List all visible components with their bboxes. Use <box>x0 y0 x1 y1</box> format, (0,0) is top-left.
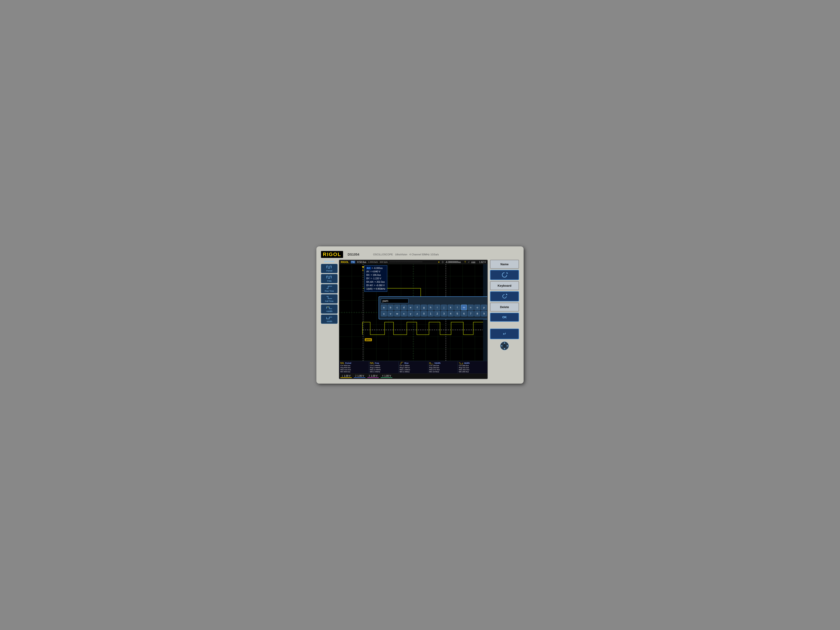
key-m[interactable]: m <box>461 305 467 310</box>
trigger-edge: ↗ <box>468 261 469 264</box>
key-h[interactable]: h <box>428 305 434 310</box>
inv-dx-value: = 4.950kHz <box>374 287 385 290</box>
cursor-label: D <box>442 261 444 264</box>
nwidth-min: Min:269.5us <box>459 371 486 373</box>
key-e[interactable]: e <box>407 305 414 310</box>
ch4-val: 1.00 V <box>384 375 391 377</box>
key-z[interactable]: z <box>414 311 420 316</box>
key-w[interactable]: w <box>394 311 400 316</box>
name-reset-icon[interactable] <box>490 270 519 280</box>
cursor-time: -6.00000000us <box>445 261 461 264</box>
period-min: Min:409.0us <box>340 371 368 373</box>
ok-button[interactable]: OK <box>490 313 519 322</box>
keyboard-icon[interactable] <box>490 291 519 302</box>
ch2-num: 2 <box>355 375 357 377</box>
pwidth-title: +Width <box>429 362 457 365</box>
minus-width-btn[interactable]: -Width <box>321 314 338 324</box>
svg-point-3 <box>503 344 506 347</box>
meas-freq: Freq Cur:2.44kHz Avg:2.44kHz Max:2.44kHz… <box>369 362 399 373</box>
spacer <box>490 323 519 327</box>
memory-depth: 600 kpts <box>380 261 388 263</box>
meas-pwidth: +Width Cur:139.5us Avg:146.8us Max:272.5… <box>428 362 458 373</box>
channel-4[interactable]: 4 1.00 V <box>381 374 392 378</box>
key-i[interactable]: i <box>434 305 440 310</box>
fall-time-btn[interactable]: Fall Time <box>321 294 338 303</box>
freq-title: Freq <box>370 362 398 365</box>
ch2-val: 1.00 V <box>357 375 364 377</box>
key-b[interactable]: b <box>388 305 393 310</box>
key-c[interactable]: c <box>394 305 400 310</box>
rise-min: Min:1.000us <box>399 371 427 373</box>
period-btn[interactable]: Period <box>321 264 338 273</box>
key-g[interactable]: g <box>421 305 427 310</box>
right-panel: Name Keyboard Delete OK ↵ <box>489 260 519 379</box>
rise-title: Rise <box>399 362 427 365</box>
period-icon <box>340 362 344 365</box>
key-d[interactable]: d <box>401 305 407 310</box>
ay-value: = 4.840 V <box>371 270 381 273</box>
pwidth-max: Max:272.5us <box>429 369 457 371</box>
key-1[interactable]: 1 <box>428 311 434 316</box>
bx-ax-label: BX-AX: <box>366 281 374 283</box>
keyboard-row-1: a b c d e f g h i j k l m <box>381 305 488 310</box>
key-6[interactable]: 6 <box>461 311 467 316</box>
nwidth-cur: Cur:269.5us <box>459 365 486 366</box>
key-0[interactable]: 0 <box>421 311 427 316</box>
ch1-val: 1.00 V <box>344 375 351 377</box>
rise-avg: Avg:1.087us <box>399 366 427 369</box>
name-button[interactable]: Name <box>490 260 519 269</box>
key-8[interactable]: 8 <box>474 311 480 316</box>
key-3[interactable]: 3 <box>441 311 447 316</box>
key-u[interactable]: u <box>381 311 387 316</box>
key-9[interactable]: 9 <box>481 311 487 316</box>
inv-dx-label: 1/|dX|: <box>366 287 373 290</box>
channel-1[interactable]: 1 1.00 V <box>340 374 352 378</box>
key-x[interactable]: x <box>401 311 407 316</box>
ax-value: = -6.000us <box>372 267 383 269</box>
oscilloscope: RIGOL DS1054 OSCILLOSCOPE UltraVision 4 … <box>316 246 524 384</box>
keyboard-button[interactable]: Keyboard <box>490 281 519 290</box>
ch3-num: 3 <box>369 375 370 377</box>
period-title: Period <box>340 362 368 365</box>
ch4-num: 4 <box>382 375 384 377</box>
key-k[interactable]: k <box>448 305 454 310</box>
key-p[interactable]: p <box>481 305 487 310</box>
key-f[interactable]: f <box>414 305 420 310</box>
channel-2[interactable]: 2 1.00 V <box>354 374 365 378</box>
ch1-num: 1 <box>342 375 343 377</box>
pwidth-icon <box>429 362 433 365</box>
meas-rise: Rise Cur:1.000us Avg:1.087us Max:1.000us… <box>399 362 428 373</box>
keyboard-overlay: a b c d e f g h i j k l m <box>379 296 488 319</box>
pwidth-min: Min:19.50us <box>429 371 457 373</box>
enter-button[interactable]: ↵ <box>490 328 519 339</box>
key-2[interactable]: 2 <box>434 311 440 316</box>
rise-cur: Cur:1.000us <box>399 365 427 366</box>
key-y[interactable]: y <box>407 311 414 316</box>
delete-button[interactable]: Delete <box>490 303 519 311</box>
key-j[interactable]: j <box>441 305 447 310</box>
key-7[interactable]: 7 <box>468 311 474 316</box>
freq-btn[interactable]: Freq <box>321 274 338 283</box>
measurements-bar: Period Cur:409.0us Avg:409.6us Max:410.0… <box>339 361 487 374</box>
key-v[interactable]: v <box>388 311 393 316</box>
trigger-mode-badge: T'D <box>351 261 355 264</box>
freq-icon <box>370 362 374 365</box>
keyboard-input[interactable] <box>381 298 409 303</box>
channel-3[interactable]: 3 1.00 V <box>367 374 379 378</box>
timebase-value: H 50.0us <box>357 261 366 264</box>
bx-ax-value: = 202.0us <box>375 281 385 283</box>
trigger-marker-top: ▼ <box>438 261 440 264</box>
key-4[interactable]: 4 <box>448 311 454 316</box>
key-l[interactable]: l <box>454 305 460 310</box>
key-a[interactable]: a <box>381 305 387 310</box>
plus-width-btn[interactable]: +Width <box>321 305 338 314</box>
key-o[interactable]: o <box>474 305 480 310</box>
period-max: Max:410.0us <box>340 369 368 371</box>
rise-time-btn[interactable]: Rise Time <box>321 284 338 294</box>
ay-label: AY: <box>366 270 370 273</box>
key-n[interactable]: n <box>468 305 474 310</box>
scope-grid: AX: = -6.000us AY: = 4.840 V BX: = 196.0… <box>339 264 487 361</box>
freq-max: Max:2.44kHz <box>370 369 398 371</box>
dpad-icon <box>490 341 519 351</box>
key-5[interactable]: 5 <box>454 311 460 316</box>
